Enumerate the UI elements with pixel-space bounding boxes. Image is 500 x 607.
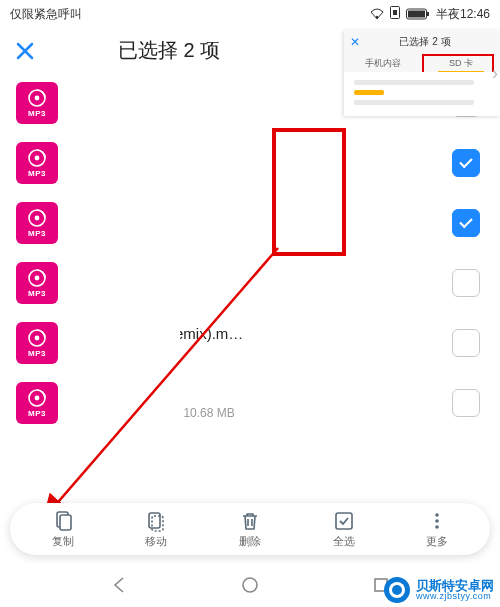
mp3-thumb: MP3 [16, 82, 58, 124]
inset-chevron-right-icon: › [492, 63, 498, 84]
thumb-label: MP3 [28, 409, 46, 418]
mp3-thumb: MP3 [16, 202, 58, 244]
delete-label: 删除 [239, 534, 261, 549]
mp3-thumb: MP3 [16, 262, 58, 304]
svg-point-0 [376, 16, 378, 18]
thumb-label: MP3 [28, 349, 46, 358]
status-right-cluster: 半夜12:46 [370, 6, 490, 23]
mp3-thumb: MP3 [16, 142, 58, 184]
svg-point-17 [35, 396, 40, 401]
svg-rect-5 [427, 12, 429, 16]
watermark: 贝斯特安卓网 www.zjbstyy.com [384, 577, 494, 603]
select-all-label: 全选 [333, 534, 355, 549]
move-label: 移动 [145, 534, 167, 549]
close-icon[interactable] [12, 38, 38, 64]
svg-rect-4 [408, 11, 425, 18]
inset-annotation-box [422, 54, 494, 74]
select-all-button[interactable]: 全选 [320, 510, 368, 549]
svg-rect-23 [336, 513, 352, 529]
svg-point-9 [35, 156, 40, 161]
checkbox[interactable] [452, 329, 480, 357]
svg-point-15 [35, 336, 40, 341]
nav-home-icon[interactable] [239, 574, 261, 596]
inset-screenshot: ✕ 已选择 2 项 手机内容 SD 卡 › [344, 30, 500, 116]
battery-icon [406, 8, 430, 20]
mp3-thumb: MP3 [16, 382, 58, 424]
brand-logo-icon [384, 577, 410, 603]
sim-icon [390, 6, 400, 22]
status-left: 仅限紧急呼叫 [10, 6, 82, 23]
svg-point-27 [243, 578, 257, 592]
wifi-icon [370, 8, 384, 20]
status-time: 半夜12:46 [436, 6, 490, 23]
svg-point-7 [35, 96, 40, 101]
thumb-label: MP3 [28, 169, 46, 178]
inset-tab-internal: 手机内容 [344, 54, 422, 72]
inset-title: 已选择 2 项 [366, 35, 484, 49]
toolbar: 复制 移动 删除 全选 更多 [10, 503, 490, 555]
svg-point-25 [435, 519, 439, 523]
mp3-thumb: MP3 [16, 322, 58, 364]
more-button[interactable]: 更多 [413, 510, 461, 549]
thumb-label: MP3 [28, 229, 46, 238]
redaction-overlay [70, 74, 180, 464]
svg-point-13 [35, 276, 40, 281]
svg-point-24 [435, 513, 439, 517]
thumb-label: MP3 [28, 109, 46, 118]
more-label: 更多 [426, 534, 448, 549]
copy-button[interactable]: 复制 [39, 510, 87, 549]
svg-rect-2 [393, 10, 397, 15]
annotation-box [272, 128, 346, 256]
svg-rect-20 [60, 515, 71, 530]
nav-back-icon[interactable] [109, 574, 131, 596]
checkbox[interactable] [452, 149, 480, 177]
checkbox[interactable] [452, 209, 480, 237]
brand-url: www.zjbstyy.com [416, 592, 494, 601]
delete-button[interactable]: 删除 [226, 510, 274, 549]
move-button[interactable]: 移动 [132, 510, 180, 549]
copy-label: 复制 [52, 534, 74, 549]
inset-close-icon: ✕ [344, 35, 366, 49]
checkbox[interactable] [452, 269, 480, 297]
svg-point-11 [35, 216, 40, 221]
checkbox[interactable] [452, 389, 480, 417]
thumb-label: MP3 [28, 289, 46, 298]
svg-point-26 [435, 525, 439, 529]
